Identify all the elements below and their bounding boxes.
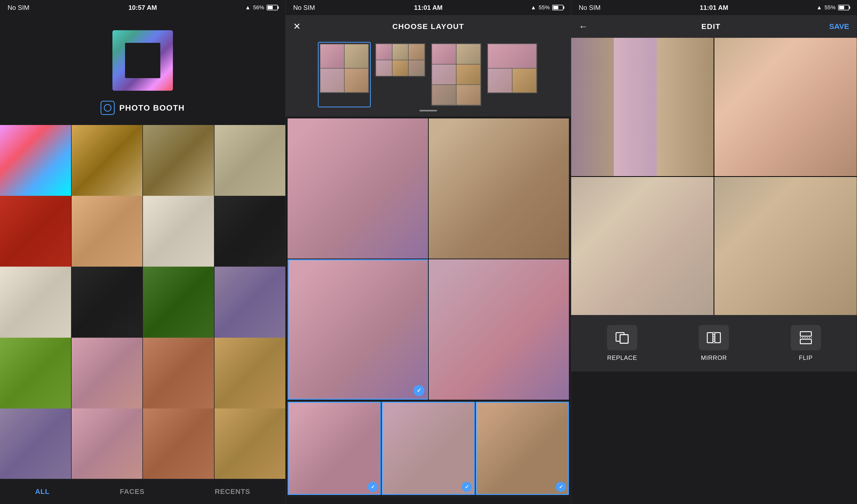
screen3: No SIM 11:01 AM ▲ 55% ← EDIT SAVE [571, 0, 857, 504]
time-3: 11:01 AM [700, 4, 728, 12]
replace-icon-box [607, 325, 637, 350]
mirror-tool[interactable]: MIRROR [699, 325, 729, 362]
back-button[interactable]: ← [579, 21, 588, 32]
selection-grid: ✓ [288, 118, 569, 400]
choose-layout-bar: ✕ CHOOSE LAYOUT [286, 15, 571, 38]
tab-recents-1[interactable]: RECENTS [215, 488, 250, 496]
scroll-indicator [290, 107, 567, 112]
carrier-3: No SIM [579, 4, 601, 12]
logo-row: PHOTO BOOTH [101, 101, 185, 115]
bottom-tabs-1: ALL FACES RECENTS [0, 479, 285, 504]
photo-cell[interactable] [0, 267, 71, 338]
layout-option-2x2[interactable] [318, 42, 371, 107]
check-r2-2: ✓ [462, 482, 472, 492]
carrier-1: No SIM [7, 4, 30, 12]
layout-option-4[interactable] [486, 42, 539, 107]
battery-text-3: 55% [824, 4, 836, 11]
edit-nav-bar: ← EDIT SAVE [571, 15, 857, 38]
edit-cell-tl[interactable] [571, 38, 713, 176]
status-bar-3: No SIM 11:01 AM ▲ 55% [571, 0, 857, 15]
screen1: No SIM 10:57 AM ▲ 56% PHOTO BOOTH [0, 0, 286, 504]
camera-lens-icon [104, 104, 112, 112]
svg-rect-6 [800, 332, 811, 336]
selected-photos-area: ✓ [286, 116, 571, 402]
photo-cell[interactable] [71, 338, 143, 409]
layout-option-3x2[interactable] [374, 42, 427, 107]
svg-rect-7 [800, 339, 811, 344]
photo-cell[interactable] [71, 196, 143, 267]
edit-toolbar: REPLACE MIRROR [571, 315, 857, 371]
carrier-2: No SIM [293, 4, 315, 12]
flip-label: FLIP [799, 354, 813, 362]
layout-options-row [290, 42, 567, 107]
close-button[interactable]: ✕ [293, 21, 301, 32]
edit-cell-br[interactable] [714, 177, 857, 315]
camera-icon [101, 101, 115, 115]
svg-rect-3 [707, 333, 713, 343]
photo-cell[interactable] [71, 267, 143, 338]
photo-cell[interactable] [143, 196, 214, 267]
photo-cell[interactable] [143, 267, 214, 338]
sel-r2-1[interactable]: ✓ [288, 402, 381, 495]
sel-r2-2[interactable]: ✓ [382, 402, 475, 495]
tab-faces-1[interactable]: FACES [120, 488, 145, 496]
photo-cell[interactable] [0, 196, 71, 267]
selected-cell-1[interactable] [288, 118, 428, 259]
edit-title: EDIT [593, 22, 829, 31]
selected-cell-3[interactable]: ✓ [288, 259, 428, 400]
mirror-label: MIRROR [701, 354, 727, 362]
layout-options-container [286, 38, 571, 116]
svg-rect-4 [715, 333, 720, 343]
status-right-2: ▲ 55% [531, 4, 564, 11]
selected-cell-2[interactable] [429, 118, 569, 259]
signal-icon-1: ▲ [245, 4, 251, 11]
battery-icon-1 [267, 5, 278, 10]
scroll-handle [419, 110, 437, 112]
battery-icon-2 [552, 5, 564, 10]
photo-cell[interactable] [215, 338, 286, 409]
selection-grid-2: ✓ ✓ ✓ [288, 402, 569, 495]
time-2: 11:01 AM [414, 4, 442, 12]
time-1: 10:57 AM [128, 4, 157, 12]
sel-r2-3[interactable]: ✓ [476, 402, 569, 495]
status-right-3: ▲ 55% [817, 4, 849, 11]
svg-rect-1 [620, 335, 628, 343]
status-bar-1: No SIM 10:57 AM ▲ 56% [0, 0, 285, 15]
selected-cell-4[interactable] [429, 259, 569, 400]
flip-tool[interactable]: FLIP [791, 325, 821, 362]
photo-cell[interactable] [71, 408, 143, 479]
edit-canvas [571, 38, 857, 315]
photo-cell[interactable] [143, 408, 214, 479]
edit-cell-tr[interactable] [714, 38, 857, 176]
app-title: PHOTO BOOTH [119, 103, 185, 113]
photo-cell[interactable] [143, 125, 214, 196]
flip-icon-box [791, 325, 821, 350]
screen2: No SIM 11:01 AM ▲ 55% ✕ CHOOSE LAYOUT [286, 0, 571, 504]
tab-all-1[interactable]: ALL [35, 488, 49, 496]
photo-cell[interactable] [143, 338, 214, 409]
flip-icon [798, 330, 813, 345]
replace-tool[interactable]: REPLACE [607, 325, 637, 362]
layout-option-tall[interactable] [430, 42, 483, 107]
square-center-hole [125, 43, 160, 78]
photo-cell[interactable] [215, 408, 286, 479]
photo-cell[interactable] [0, 408, 71, 479]
photo-cell[interactable] [215, 125, 286, 196]
bottom-tabs-2: ALL FACES RECENTS [286, 496, 571, 504]
save-button[interactable]: SAVE [829, 22, 849, 31]
photo-cell[interactable] [215, 267, 286, 338]
check-r2-3: ✓ [556, 482, 566, 492]
replace-icon [615, 330, 629, 345]
photo-grid [0, 125, 285, 479]
photo-cell[interactable] [71, 125, 143, 196]
signal-icon-2: ▲ [531, 4, 536, 11]
mirror-icon [706, 330, 721, 345]
check-r2-1: ✓ [368, 482, 378, 492]
photo-cell[interactable] [0, 338, 71, 409]
status-right-1: ▲ 56% [245, 4, 278, 11]
edit-cell-bl[interactable] [571, 177, 713, 315]
photo-cell[interactable] [0, 125, 71, 196]
photo-cell[interactable] [215, 196, 286, 267]
app-logo: PHOTO BOOTH [0, 15, 285, 125]
check-icon-3: ✓ [414, 385, 424, 396]
